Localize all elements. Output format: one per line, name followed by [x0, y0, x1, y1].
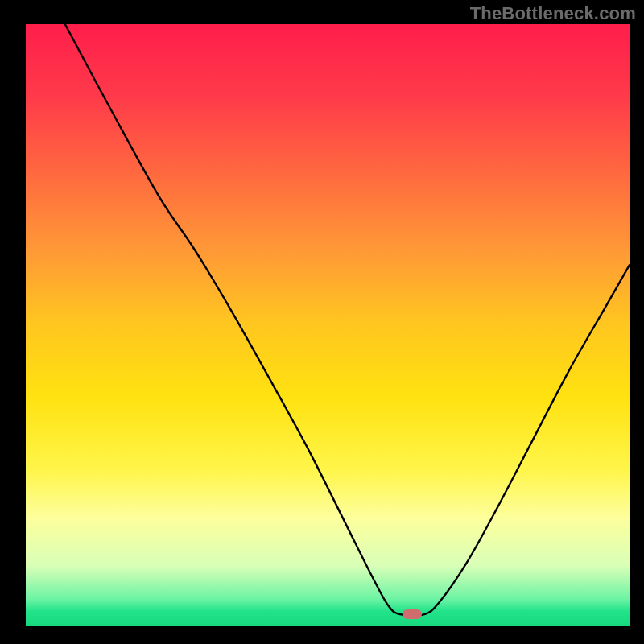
optimum-marker: [402, 609, 422, 619]
watermark-label: TheBottleneck.com: [470, 3, 636, 24]
chart-container: TheBottleneck.com: [0, 0, 644, 644]
heat-gradient-background: [26, 24, 630, 626]
bottleneck-chart: [0, 0, 644, 644]
